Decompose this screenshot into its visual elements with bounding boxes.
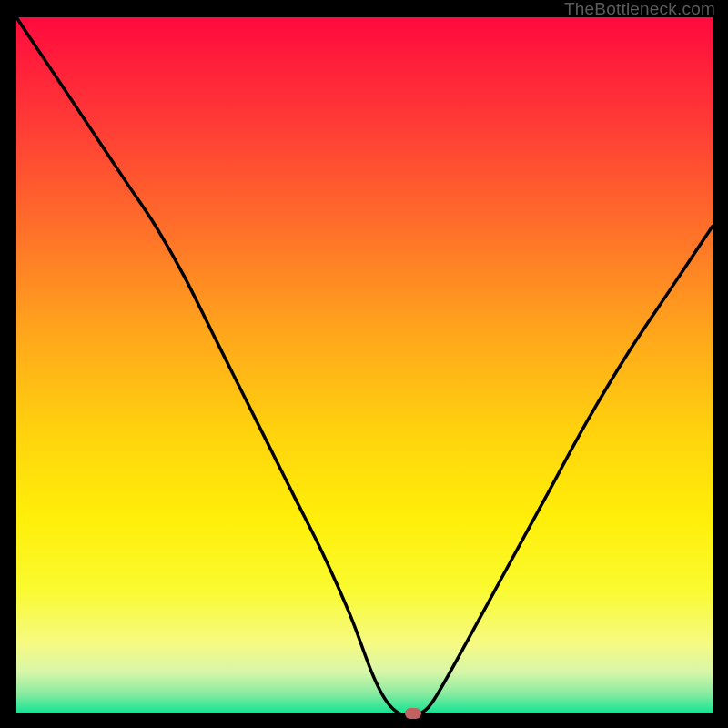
watermark-text: TheBottleneck.com xyxy=(564,0,715,19)
chart-container: TheBottleneck.com xyxy=(0,0,728,728)
bottleneck-curve xyxy=(16,17,713,713)
minimum-marker xyxy=(405,708,421,719)
plot-area xyxy=(16,17,713,713)
